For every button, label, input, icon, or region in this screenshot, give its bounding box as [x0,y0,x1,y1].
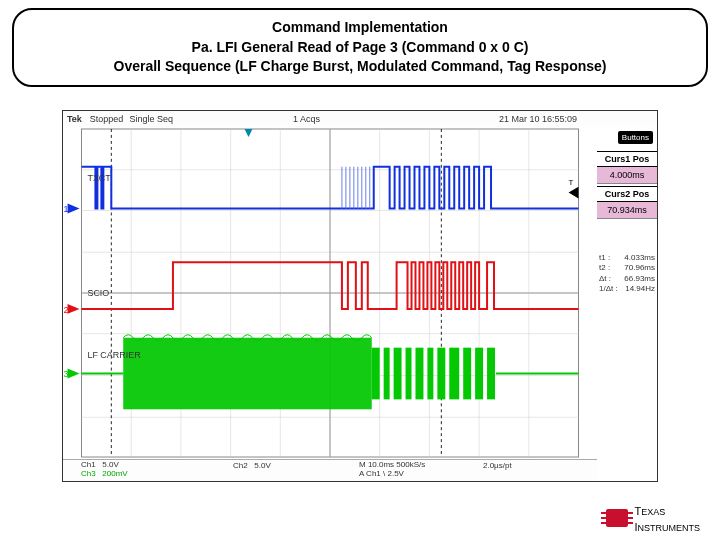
svg-marker-47 [68,369,80,379]
buttons-button[interactable]: Buttons [618,131,653,144]
svg-text:T: T [569,178,574,187]
scope-status2: Single Seq [129,114,173,124]
curs2-label: Curs2 Pos [597,186,657,202]
waveform-svg: TXCT 1 SCIO 2 [63,127,597,459]
title-line3: Overall Sequence (LF Charge Burst, Modul… [26,57,694,77]
svg-rect-35 [123,338,372,410]
svg-rect-36 [372,348,380,400]
svg-text:3: 3 [64,369,69,379]
cursor-readout: t1 :4.033ms t2 :70.96ms Δt :66.93ms 1/Δt… [599,253,655,295]
curs1-label: Curs1 Pos [597,151,657,167]
curs1-value[interactable]: 4.000ms [597,167,657,184]
scope-top-bar: Tek Stopped Single Seq 1 Acqs 21 Mar 10 … [63,111,657,127]
scope-status1: Stopped [90,114,124,124]
scope-datetime: 21 Mar 10 16:55:09 [499,114,577,124]
lfcarrier-label: LF CARRIER [87,350,141,360]
title-box: Command Implementation Pa. LFI General R… [12,8,708,87]
scope-plot-area: TXCT 1 SCIO 2 [63,127,597,459]
svg-text:2: 2 [64,305,69,315]
svg-marker-51 [245,129,253,137]
timebase-info: M 10.0ms 500kS/s A Ch1 \ 2.5V [359,461,425,479]
scope-bottom-bar: Ch1 5.0V Ch3 200mV Ch2 5.0V M 10.0ms 500… [63,459,597,481]
ti-brand-text: TEXAS INSTRUMENTS [634,502,700,534]
svg-rect-43 [449,348,459,400]
title-line1: Command Implementation [26,18,694,38]
footer-logo: TEXAS INSTRUMENTS [606,502,700,534]
svg-marker-29 [68,204,80,214]
curs2-value[interactable]: 70.934ms [597,202,657,219]
svg-rect-46 [487,348,495,400]
trace-txct: TXCT 1 [64,167,579,215]
svg-rect-40 [415,348,423,400]
svg-marker-49 [569,187,579,199]
svg-rect-41 [427,348,433,400]
scio-label: SCIO [87,288,109,298]
svg-marker-31 [68,304,80,314]
sample-rate: 2.0µs/pt [483,461,512,470]
svg-rect-44 [463,348,471,400]
svg-rect-37 [384,348,390,400]
svg-rect-38 [394,348,402,400]
scope-sidebar: Buttons Curs1 Pos 4.000ms Curs2 Pos 70.9… [597,127,657,481]
oscilloscope-screenshot: Tek Stopped Single Seq 1 Acqs 21 Mar 10 … [62,110,658,482]
ti-chip-icon [606,509,628,527]
scope-brand: Tek [67,114,82,124]
svg-rect-45 [475,348,483,400]
svg-rect-39 [406,348,412,400]
svg-text:1: 1 [64,204,69,214]
trace-scio: SCIO 2 [64,262,579,315]
ch2-info: Ch2 5.0V [233,461,271,470]
title-line2: Pa. LFI General Read of Page 3 (Command … [26,38,694,58]
ch-info: Ch1 5.0V Ch3 200mV [81,461,128,479]
scope-acqs: 1 Acqs [293,114,320,124]
txct-label: TXCT [87,173,111,183]
svg-rect-42 [437,348,445,400]
trace-lfcarrier: LF CARRIER 3 [64,335,579,410]
